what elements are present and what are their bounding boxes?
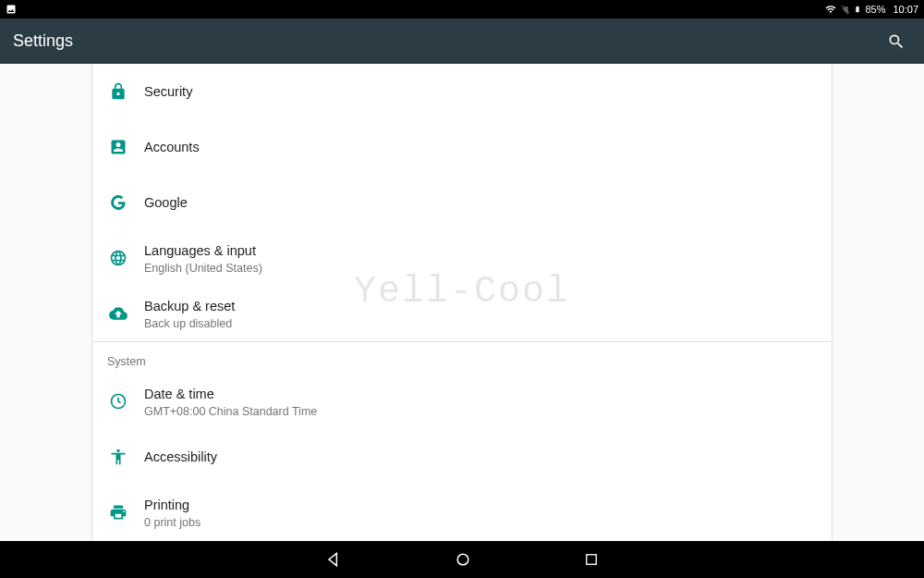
- recents-icon: [583, 551, 600, 568]
- clock-icon: [109, 392, 128, 411]
- google-icon: [109, 193, 128, 212]
- settings-item-accessibility[interactable]: Accessibility: [92, 429, 832, 485]
- settings-item-printing[interactable]: Printing 0 print jobs: [92, 485, 832, 540]
- svg-rect-3: [587, 555, 597, 565]
- image-icon: [6, 4, 17, 15]
- globe-icon: [109, 249, 128, 267]
- status-bar: 85% 10:07: [0, 0, 924, 18]
- item-label: Printing: [144, 496, 817, 514]
- account-icon: [109, 138, 128, 156]
- wifi-icon: [824, 4, 837, 15]
- item-subtitle: Back up disabled: [144, 317, 817, 330]
- app-bar: Settings: [0, 18, 924, 64]
- svg-point-1: [116, 449, 119, 452]
- recents-button[interactable]: [583, 551, 600, 568]
- print-icon: [109, 503, 128, 522]
- navigation-bar: [0, 541, 924, 578]
- clock-text: 10:07: [893, 4, 918, 15]
- settings-item-datetime[interactable]: Date & time GMT+08:00 China Standard Tim…: [92, 374, 832, 429]
- settings-item-developer[interactable]: Developer options: [92, 540, 832, 541]
- svg-point-2: [457, 554, 468, 565]
- item-label: Date & time: [144, 385, 817, 403]
- settings-item-languages[interactable]: Languages & input English (United States…: [92, 230, 832, 286]
- search-button[interactable]: [881, 27, 911, 56]
- settings-item-backup[interactable]: Backup & reset Back up disabled: [92, 286, 832, 341]
- back-button[interactable]: [324, 550, 343, 569]
- home-button[interactable]: [454, 550, 472, 569]
- settings-item-accounts[interactable]: Accounts: [92, 119, 832, 175]
- item-label: Accounts: [144, 138, 817, 156]
- item-label: Google: [144, 193, 817, 212]
- cloud-upload-icon: [109, 304, 128, 323]
- page-title: Settings: [13, 31, 73, 51]
- battery-icon: [854, 4, 861, 15]
- item-subtitle: 0 print jobs: [144, 516, 817, 529]
- content-area: Yell-Cool Security Accounts Google L: [0, 64, 924, 541]
- no-sim-icon: [841, 4, 850, 15]
- accessibility-icon: [109, 448, 128, 466]
- battery-percentage: 85%: [865, 4, 885, 15]
- category-system: System: [92, 341, 832, 374]
- settings-item-security[interactable]: Security: [92, 64, 832, 119]
- settings-item-google[interactable]: Google: [92, 175, 832, 230]
- item-subtitle: GMT+08:00 China Standard Time: [144, 405, 817, 418]
- lock-icon: [109, 82, 128, 101]
- item-label: Backup & reset: [144, 297, 817, 315]
- home-icon: [454, 550, 472, 569]
- item-label: Accessibility: [144, 448, 817, 466]
- settings-list[interactable]: Yell-Cool Security Accounts Google L: [91, 64, 833, 541]
- back-icon: [324, 550, 343, 569]
- item-label: Languages & input: [144, 241, 817, 260]
- item-subtitle: English (United States): [144, 262, 817, 275]
- item-label: Security: [144, 82, 817, 101]
- search-icon: [887, 32, 906, 51]
